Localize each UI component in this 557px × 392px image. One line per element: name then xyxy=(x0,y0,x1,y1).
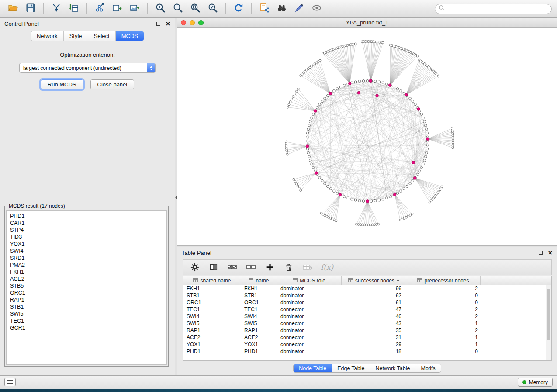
close-panel-icon[interactable]: ✕ xyxy=(166,21,170,27)
mcds-result-item[interactable]: CAR1 xyxy=(10,220,163,227)
export-image-icon xyxy=(129,3,140,15)
mcds-result-item[interactable]: TID3 xyxy=(10,234,163,241)
search-icon xyxy=(439,5,445,13)
delete-column-button[interactable] xyxy=(283,261,294,273)
column-type-icon xyxy=(293,278,298,284)
zoom-fit-button[interactable] xyxy=(187,2,203,16)
table-row[interactable]: PHD1PHD1dominator180 xyxy=(183,348,546,355)
tab-select[interactable]: Select xyxy=(88,31,116,41)
tab-edge-table[interactable]: Edge Table xyxy=(332,364,370,372)
mcds-result-item[interactable]: YOX1 xyxy=(10,241,163,248)
table-row[interactable]: SWI4SWI4dominator462 xyxy=(183,313,546,320)
table-toolbar: f(x) xyxy=(183,259,552,275)
mcds-result-item[interactable]: STB1 xyxy=(10,303,163,310)
node-table: shared namenameMCDS rolesuccessor nodesp… xyxy=(183,276,552,361)
table-row[interactable]: YOX1YOX1connector291 xyxy=(183,341,546,348)
tab-node-table[interactable]: Node Table xyxy=(294,364,332,372)
show-columns-button[interactable] xyxy=(208,261,219,273)
toolbar-separator xyxy=(225,3,226,14)
open-file-button[interactable] xyxy=(5,2,21,16)
zoom-out-button[interactable] xyxy=(170,2,186,16)
network-window-title: YPA_prune.txt_1 xyxy=(177,19,557,26)
float-panel-icon[interactable] xyxy=(156,22,160,26)
network-canvas[interactable] xyxy=(177,28,557,245)
column-header-predecessor-nodes[interactable]: predecessor nodes xyxy=(406,276,481,285)
column-header-shared-name[interactable]: shared name xyxy=(183,276,241,285)
column-header-name[interactable]: name xyxy=(241,276,277,285)
table-row[interactable]: ACE2ACE2connector311 xyxy=(183,334,546,341)
mcds-result-item[interactable]: STB5 xyxy=(10,282,163,289)
criterion-dropdown[interactable]: largest connected component (undirected) xyxy=(19,63,156,73)
zoom-out-icon xyxy=(173,3,183,15)
task-history-button[interactable] xyxy=(4,378,16,386)
memory-button[interactable]: Memory xyxy=(518,378,553,387)
mcds-result-item[interactable]: ORC1 xyxy=(10,289,163,296)
table-row[interactable]: STB1STB1dominator620 xyxy=(183,292,546,299)
export-table-button[interactable] xyxy=(109,2,125,16)
mcds-result-item[interactable]: GCR1 xyxy=(10,324,163,331)
add-column-button[interactable] xyxy=(264,261,276,273)
disabled-table-icon xyxy=(302,262,313,272)
zoom-selected-button[interactable] xyxy=(205,2,221,16)
table-options-disabled-button xyxy=(302,261,313,273)
export-network-button[interactable] xyxy=(92,2,107,16)
eye-icon xyxy=(311,3,322,15)
memory-status-icon xyxy=(522,380,526,384)
mcds-result-item[interactable]: FKH1 xyxy=(10,268,163,275)
table-row[interactable]: TEC1TEC1connector472 xyxy=(183,306,546,313)
mcds-result-item[interactable]: SWI5 xyxy=(10,310,163,317)
mcds-result-item[interactable]: RAP1 xyxy=(10,296,163,303)
tab-network-table[interactable]: Network Table xyxy=(370,364,416,372)
mcds-result-item[interactable]: ACE2 xyxy=(10,275,163,282)
import-table-icon xyxy=(69,3,79,15)
tab-style[interactable]: Style xyxy=(64,31,88,41)
tab-network[interactable]: Network xyxy=(31,31,64,41)
table-scrollbar-thumb[interactable] xyxy=(547,289,550,340)
select-all-button[interactable] xyxy=(227,261,238,273)
export-table-icon xyxy=(112,3,122,15)
table-row[interactable]: FKH1FKH1dominator962 xyxy=(183,285,546,292)
apply-style-button[interactable] xyxy=(291,2,307,16)
mcds-result-item[interactable]: TEC1 xyxy=(10,317,163,324)
tab-motifs[interactable]: Motifs xyxy=(415,364,440,372)
search-box xyxy=(435,4,552,14)
close-panel-button[interactable]: Close panel xyxy=(90,79,135,89)
import-table-button[interactable] xyxy=(66,2,82,16)
mcds-result-item[interactable]: SRD1 xyxy=(10,254,163,261)
export-network-icon xyxy=(94,3,105,15)
table-panel-title: Table Panel xyxy=(182,250,211,256)
search-input[interactable] xyxy=(447,5,548,12)
table-settings-button[interactable] xyxy=(189,261,201,273)
table-row[interactable]: ORC1ORC1dominator610 xyxy=(183,299,546,306)
control-panel-header: Control Panel ✕ xyxy=(0,18,175,29)
deselect-all-button[interactable] xyxy=(246,261,257,273)
save-button[interactable] xyxy=(23,2,38,16)
share-network-button[interactable] xyxy=(256,2,272,16)
column-header-successor-nodes[interactable]: successor nodes xyxy=(342,276,406,285)
zoom-in-button[interactable] xyxy=(152,2,168,16)
close-table-panel-icon[interactable]: ✕ xyxy=(548,250,553,256)
mcds-result-item[interactable]: PHD1 xyxy=(10,213,163,220)
network-window: YPA_prune.txt_1 xyxy=(177,18,557,245)
mcds-result-item[interactable]: SWI4 xyxy=(10,248,163,254)
table-scrollbar[interactable] xyxy=(546,285,551,360)
search-objects-button[interactable] xyxy=(274,2,290,16)
table-row[interactable]: RAP1RAP1dominator352 xyxy=(183,327,546,334)
float-table-panel-icon[interactable] xyxy=(539,251,543,255)
column-header-MCDS-role[interactable]: MCDS role xyxy=(277,276,342,285)
table-row[interactable]: SWI5SWI5connector431 xyxy=(183,320,546,327)
show-graphics-button[interactable] xyxy=(309,2,325,16)
import-network-icon xyxy=(51,3,62,15)
mcds-result-item[interactable]: PMA2 xyxy=(10,261,163,268)
dropdown-stepper-icon xyxy=(147,63,155,72)
tab-mcds[interactable]: MCDS xyxy=(116,31,144,41)
import-network-button[interactable] xyxy=(48,2,64,16)
function-builder-button[interactable]: f(x) xyxy=(321,263,333,272)
export-image-button[interactable] xyxy=(127,2,142,16)
criterion-value: largest connected component (undirected) xyxy=(20,65,147,71)
refresh-button[interactable] xyxy=(231,2,246,16)
mcds-result-item[interactable]: STP4 xyxy=(10,227,163,234)
run-mcds-button[interactable]: Run MCDS xyxy=(41,79,83,89)
collapse-left-icon[interactable] xyxy=(175,196,177,199)
optimization-criterion-label: Optimization criterion: xyxy=(0,52,175,58)
